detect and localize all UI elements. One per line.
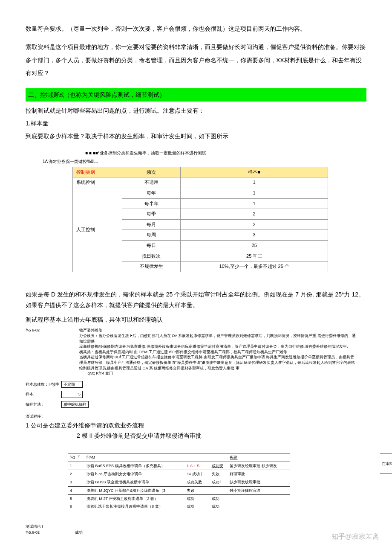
table-header: 样本■ <box>181 167 328 177</box>
bottom-l2a: ¾5.6-02 <box>26 530 40 535</box>
prog-label: 滴试程序： <box>26 413 60 419</box>
apply-cell: 成功 <box>185 495 210 503</box>
table-header: 频次 <box>122 167 181 177</box>
section-2-header: 二、控制测试（也称为关键风险点测试，细节测试） <box>26 88 366 101</box>
table-cell: 1 <box>181 188 328 198</box>
detail-title: 物产委外雉修 <box>79 328 356 333</box>
table-cell: 不规律发生 <box>122 262 181 272</box>
watermark: 知乎@寂寂若离 <box>331 531 379 542</box>
apply-cell: 失败 <box>185 486 210 494</box>
table-cell: 每半年 <box>122 198 181 209</box>
apply-cell: 洗衣机洗干套长注曳模具改模申请单（8 套） <box>85 503 185 510</box>
apply-cell: L·A·L·S· <box>185 462 210 470</box>
table-cell: 25 <box>181 240 328 251</box>
apply-head: 务建 <box>228 453 290 462</box>
apply-cell: 洗养机 M JQYC 汁莘郬产&樓且汝垅由遭角（3 <box>85 486 185 494</box>
table-cell: 抵日数次 <box>122 251 181 262</box>
field-value: 不定期 <box>61 381 83 388</box>
apply-cell: 5 <box>68 495 85 503</box>
apply-head: ¾3 「 <box>68 453 85 462</box>
apply-cell: 成功失败 <box>185 478 210 486</box>
section-2-h1: 1.样本量 <box>26 119 366 128</box>
detail-line: 横其类：当横具处于保质期内时 由 OEM 工厂通过遗 IS0•部件报交维修申请至… <box>79 349 356 355</box>
field-value: 5 <box>61 391 83 398</box>
table-cell: 2 <box>181 209 328 220</box>
table-header: 控制类别 <box>73 167 122 177</box>
apply-cell: 1= 成功丨 <box>185 470 210 478</box>
after-table-p1: 如果是每 D 发生的和不规律发生的，需求的样本就是 25 个乘以开始审计时占全年… <box>26 289 366 311</box>
table-cell: 3 <box>181 230 328 241</box>
note-box: 备注 在审阅期间,办公资产、设代资产无委芬维修发生 <box>380 453 392 474</box>
apply-cell: 3 <box>68 478 85 486</box>
table-cell: 25 耳匚 <box>181 251 328 262</box>
table-cell: 1 <box>181 198 328 209</box>
table-cell: 10%,至少一个，最多不超过 25 个 <box>181 262 328 272</box>
apply-cell: 冰箱 BoSS EPS 模具改模申调单（多充极具） <box>85 462 185 470</box>
table-cell: 系统控制 <box>73 177 122 188</box>
bullets-row: ■ ■ ■■°业务控制分类和发生频率，抽取一定数量的样本进行测试 <box>85 150 366 157</box>
apply-cell: 成功 <box>210 495 228 503</box>
field-label: 样本总体数：!·/较率 <box>26 381 60 387</box>
apply-cell: 成功 l <box>210 478 228 486</box>
apply-cell: 4 <box>68 486 85 494</box>
table-cell: 每年 <box>122 188 181 198</box>
prog-1: 1 公司是否建立委外维修申请的双危业务流程 <box>26 421 366 430</box>
apply-cell: 1 <box>68 462 85 470</box>
prog-2: 2 模 II 委外维修前是否提交申请并取侵适当审批 <box>77 431 366 440</box>
table-cell: 不适用 <box>122 177 181 188</box>
note-body: 在审阅期间,办公资产、设代资产无委芬维修发生 <box>382 461 392 473</box>
table-cell: 2 <box>181 219 328 230</box>
detail-line: 应商维修机郤·保修期内设备为免赛维修,保修期外设备由设备供应商维修完毕后付赛用清… <box>79 344 356 349</box>
apply-cell: 洗农机 M 2T 汗安梅且改梅由遭单（2 套） <box>85 495 185 503</box>
apply-cell: 笛少研发经理审批 缺少研发 <box>228 462 290 470</box>
detail-line: 办公设务：当办公设备发生故 I•后，由使用郤门人员在 OA 系展发起康修需求单，… <box>79 333 356 344</box>
field-value: 脯中嚷机抽样 <box>61 401 89 408</box>
apply-cell <box>228 503 290 510</box>
apply-cell: 好理审妝 <box>228 470 290 478</box>
apply-cell: 成功 <box>185 503 210 510</box>
sample-size-table: 控制类别 频次 样本■ 系统控制 不适用 1 人工控制 每年 1 每半年 1 每… <box>72 167 328 272</box>
apply-cell <box>210 486 228 494</box>
apply-cell: 6 <box>68 503 85 510</box>
note-header: 备注 <box>382 454 392 460</box>
apply-head <box>185 453 210 462</box>
apply-table: ¾3 「 f·¼M 务建 1 冰箱 BoSS EPS 模具改模申调单（多充极具）… <box>68 453 290 511</box>
table-cell: 每月 <box>122 219 181 230</box>
table-cell: 每周 <box>122 230 181 241</box>
section-2-p1: 控制测试就是针对哪些容易出问题的点，进行测试。注意点主要有： <box>26 106 366 115</box>
table-cell: 每季 <box>122 209 181 220</box>
apply-cell: 失效 <box>210 470 228 478</box>
field-label: 抽样方法： <box>26 401 60 407</box>
apply-head: f·¼M <box>85 453 185 462</box>
apply-cell <box>228 495 290 503</box>
bottom-l1: 测试结论 I <box>26 523 366 529</box>
small-note: 1A 海对业务况一类键控%0L.. <box>43 158 366 165</box>
intro-p2: 索取资料是这个项目最难的地方，你一定要对需要的资料非常清晰，而且要做好长时间沟通… <box>26 41 366 80</box>
table-cell: 人工控制 <box>73 188 122 272</box>
table-cell: 每日 <box>122 240 181 251</box>
apply-cell: 冰箱 BOSS 吸金发泄横具改横申请单 <box>85 478 185 486</box>
apply-cell: 冰箱 b-cc 厅吉梅剧女女堆中调单 <box>85 470 185 478</box>
field-label: 样本, <box>26 391 60 397</box>
apply-cell: 2 <box>68 470 85 478</box>
apply-cell: 钟小於坯律珲宜坡 <box>228 486 290 494</box>
detail-block: ¾5 6-02 物产委外雉修 办公设务：当办公设备发生故 I•后，由使用郤门人员… <box>26 328 366 376</box>
detail-code: ¾5 6-02 <box>26 328 40 332</box>
section-2-p2: 到底要取多少样本量？取决于样本的发生频率，和审计发生时间，如下图所示 <box>26 131 366 141</box>
table-cell: 1 <box>181 177 328 188</box>
bottom-l2b: 成功 <box>75 530 83 535</box>
apply-cell: 成功安 <box>210 462 228 470</box>
detail-line: 当横具超过保修斯时.0Of 工厂通过常信群知斗报交嫌修申请至研发工程肺·由研发工… <box>79 355 356 371</box>
apply-head <box>210 453 228 462</box>
intro-p1: 数量符合要求。（尽量一次列全，否则一次次要，客户会很烦，你也会很乱）这是项目前两… <box>26 22 366 35</box>
after-table-p2: 测试程序基本上沿用去年底稿，具体可以和经理确认 <box>26 315 366 324</box>
apply-cell: 缺少研发纹理审批 <box>228 478 290 486</box>
detail-line: qM:; KfT4 盒闩 <box>88 371 356 376</box>
apply-cell: 成功 <box>210 503 228 510</box>
